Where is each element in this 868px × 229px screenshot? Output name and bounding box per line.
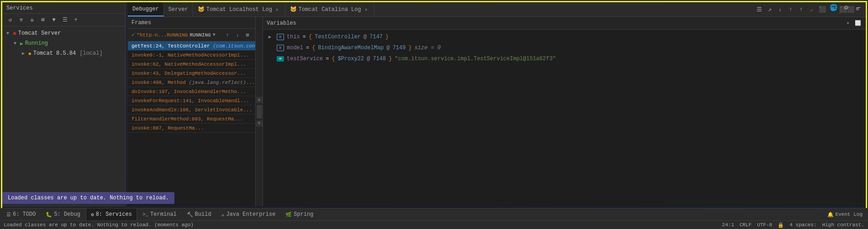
var-this-eq: = <box>303 34 306 40</box>
thread-up-arrow[interactable]: ↑ <box>223 31 231 39</box>
services-tab-label: 8: Services <box>96 211 132 218</box>
frame-item[interactable]: doInvoke:197, InvocableHandlerMetho... <box>128 87 255 96</box>
expand-all-icon[interactable]: ⇊ <box>27 16 37 25</box>
indent[interactable]: 4 spaces: <box>789 222 816 228</box>
variables-watch-icon[interactable]: ⬜ <box>854 19 862 27</box>
tree-item-tomcat[interactable]: ▼ ✱ Tomcat Server <box>3 28 125 38</box>
scroll-down-arrow[interactable]: ▼ <box>256 120 263 127</box>
toolbar-stop-icon[interactable]: ⬛ <box>818 5 827 14</box>
debug-tab-icon: 🐛 <box>46 212 52 218</box>
tab-localhost-log[interactable]: 🐱 Tomcat Localhost Log ✕ <box>193 2 285 16</box>
tab-localhost-icon: 🐱 <box>198 6 205 13</box>
bottom-tabs: ☰ 6: TODO 🐛 5: Debug ⚙ 8: Services >_ Te… <box>0 208 868 221</box>
tab-server[interactable]: Server <box>164 2 193 16</box>
tab-localhost-close[interactable]: ✕ <box>274 6 280 13</box>
terminal-icon: >_ <box>142 212 148 217</box>
encoding[interactable]: UTF-8 <box>757 222 772 228</box>
frame-item[interactable]: invoke:887, RequestMa... <box>128 124 255 133</box>
toolbar-pause-icon[interactable]: ↙ <box>807 5 816 14</box>
frame-item[interactable]: invoke:498, Method (java.lang.reflect)..… <box>128 78 255 87</box>
tab-build[interactable]: 🔨 Build <box>182 208 216 220</box>
thread-name: *http-n...RUNNING <box>137 32 188 38</box>
debug-tab-label: 5: Debug <box>54 211 80 218</box>
frame-item[interactable]: invoke:43, DelegatingMethodAccessor... <box>128 69 255 78</box>
frame-item[interactable]: invoke0:-1, NativeMethodAccessorImpl... <box>128 51 255 60</box>
status-bar: ☰ 6: TODO 🐛 5: Debug ⚙ 8: Services >_ Te… <box>0 208 868 229</box>
var-model-name: model <box>287 45 303 51</box>
services-panel: Services ↺ ⇈ ⇊ ⊞ ▼ ☰ + ▼ ✱ Tomcat Server… <box>2 2 126 206</box>
group-icon[interactable]: ⊞ <box>38 16 47 25</box>
todo-label: 6: TODO <box>13 211 36 218</box>
add-icon[interactable]: + <box>71 16 80 25</box>
build-label: Build <box>195 211 211 218</box>
var-model-extra: size = 0 <box>415 45 441 51</box>
frames-header: Frames <box>128 17 255 29</box>
frame-item[interactable]: invokeForRequest:141, InvocableHandl... <box>128 96 255 105</box>
java-label: Java Enterprise <box>226 211 275 218</box>
thread-filter-icon[interactable]: ⊞ <box>243 31 252 39</box>
line-ending[interactable]: CRLF <box>740 222 752 228</box>
tab-catalina-log[interactable]: 🐱 Tomcat Catalina Log ✕ <box>285 2 374 16</box>
frame-item[interactable]: filterHandlerMethod:893, RequestMa... <box>128 114 255 124</box>
tab-java-enterprise[interactable]: ☕ Java Enterprise <box>217 208 280 220</box>
collapse-all-icon[interactable]: ⇈ <box>16 16 26 25</box>
minimize-icon[interactable]: — <box>854 3 863 12</box>
variables-list: ▶ ≡ this = {TestController@7147} ▶ ≡ mod… <box>263 30 866 206</box>
tomcat-server-label: Tomcat Server <box>18 30 61 36</box>
variable-model[interactable]: ▶ ≡ model = {BindingAwareModelMap@7149} … <box>263 42 866 53</box>
frame-text: invokeAndHandle:106, ServletInvocable... <box>132 107 252 113</box>
frame-item[interactable]: invokeAndHandle:106, ServletInvocable... <box>128 105 255 114</box>
tab-terminal[interactable]: >_ Terminal <box>138 208 181 220</box>
event-log-label[interactable]: Event Log <box>836 212 863 217</box>
frame-text: getTest:24, TestController (com.itsun.co… <box>132 43 255 49</box>
java-icon: ☕ <box>221 212 225 218</box>
filter-icon[interactable]: ▼ <box>49 16 58 25</box>
variables-add-icon[interactable]: + <box>844 19 852 27</box>
variables-header-bar: Variables + ⬜ <box>263 17 866 30</box>
variable-testservice[interactable]: ▶ ∞ testService = {$Proxy22@7148} "com.i… <box>263 53 866 64</box>
frame-item[interactable]: invoke:62, NativeMethodAccessorImpl... <box>128 60 255 69</box>
toolbar-step-out-icon[interactable]: ↑ <box>786 5 795 14</box>
globe-icon[interactable]: 🌐 <box>829 3 838 12</box>
tomcat-instance-local: [local] <box>79 50 102 57</box>
var-this-id: 7147 <box>369 34 383 40</box>
layout-icon[interactable]: ☰ <box>60 16 69 25</box>
variables-title: Variables <box>267 20 296 26</box>
toolbar-step-into-icon[interactable]: ↓ <box>776 5 785 14</box>
frame-text: invokeForRequest:141, InvocableHandl... <box>132 98 249 104</box>
toolbar-menu-icon[interactable]: ☰ <box>755 5 764 14</box>
tab-services[interactable]: ⚙ 8: Services <box>86 208 137 220</box>
var-this-arrow: ▶ <box>268 34 274 40</box>
frames-panel: Frames ✓ *http-n...RUNNING RUNNING ▼ ↑ ↓… <box>128 17 256 206</box>
gear-icon[interactable]: ⚙ <box>842 3 851 12</box>
tree-arrow-running: ▼ <box>14 41 18 46</box>
tabs-bar: Debugger Server 🐱 Tomcat Localhost Log ✕… <box>128 2 866 17</box>
frames-title: Frames <box>132 20 151 26</box>
thread-dropdown-arrow[interactable]: ▼ <box>213 32 216 37</box>
spring-label: Spring <box>294 211 313 218</box>
variable-this[interactable]: ▶ ≡ this = {TestController@7147} <box>263 31 866 42</box>
var-svc-class: $Proxy22 <box>338 56 364 62</box>
tab-todo[interactable]: ☰ 6: TODO <box>2 208 40 220</box>
frame-item[interactable]: getTest:24, TestController (com.itsun.co… <box>128 42 255 51</box>
tree-item-tomcat-instance[interactable]: ▶ ✱ Tomcat 8.5.84 [local] <box>3 48 125 58</box>
notification-text: Loaded classes are up to date. Nothing t… <box>8 195 169 201</box>
scroll-up-arrow[interactable]: ▲ <box>256 97 263 103</box>
tree-item-running[interactable]: ▼ ▶ Running <box>3 38 125 48</box>
tab-spring[interactable]: 🌿 Spring <box>281 208 318 220</box>
thread-selector[interactable]: ✓ *http-n...RUNNING RUNNING ▼ ↑ ↓ ⊞ <box>128 29 255 42</box>
refresh-icon[interactable]: ↺ <box>5 16 15 25</box>
tab-debug[interactable]: 🐛 5: Debug <box>41 208 85 220</box>
running-label: Running <box>25 40 48 47</box>
var-svc-value: "com.itsun.service.impl.TestServiceImpl@… <box>395 56 556 62</box>
tab-debugger[interactable]: Debugger <box>128 2 164 16</box>
cursor-position[interactable]: 24:1 <box>722 222 734 228</box>
var-this-type: { <box>309 34 312 40</box>
status-line: Loaded classes are up to date. Nothing t… <box>0 221 868 229</box>
debug-panel: Debugger Server 🐱 Tomcat Localhost Log ✕… <box>128 2 866 206</box>
tab-catalina-close[interactable]: ✕ <box>363 6 369 13</box>
toolbar-step-over-icon[interactable]: ↗ <box>765 5 774 14</box>
var-model-id: 7149 <box>393 45 406 51</box>
thread-down-arrow[interactable]: ↓ <box>233 31 242 39</box>
toolbar-resume-icon[interactable]: ↑ <box>797 5 806 14</box>
